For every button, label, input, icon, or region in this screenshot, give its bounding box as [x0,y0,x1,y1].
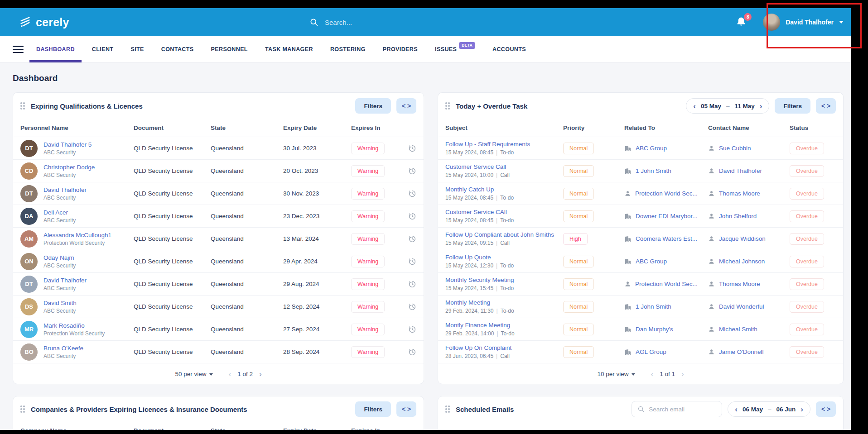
personnel-avatar: AM [20,230,38,248]
personnel-name-link[interactable]: David Thalhofer 5 [43,141,92,148]
drag-handle-icon[interactable] [20,405,25,413]
task-subject-link[interactable]: Customer Service Call [445,163,510,170]
task-subject-link[interactable]: Monthly Catch Up [445,186,514,193]
related-to-link[interactable]: Coomera Waters Est... [636,235,697,242]
related-to-link[interactable]: ABC Group [636,145,667,152]
prev-page-button[interactable]: ‹ [228,370,231,378]
task-subject-link[interactable]: Follow Up Compliant about John Smiths [445,231,554,238]
related-to-link[interactable]: Dan Murphy's [636,326,673,333]
related-to-link[interactable]: Downer EDI Marybor... [636,213,698,219]
chevron-right-icon[interactable]: › [760,102,762,110]
nav-item-contacts[interactable]: CONTACTS [161,36,194,62]
contact-name-link[interactable]: Jacque Widdison [719,235,766,242]
personnel-name-link[interactable]: David Thalhofer [43,277,87,284]
global-search[interactable]: Search... [309,18,352,27]
nav-item-site[interactable]: SITE [130,36,144,62]
personnel-company: ABC Security [43,262,76,269]
personnel-name-link[interactable]: Christopher Dodge [43,164,95,171]
brand-logo[interactable]: cerely [18,15,69,29]
chevron-left-icon[interactable]: ‹ [693,102,696,110]
related-to-link[interactable]: Protection World Sec... [635,281,698,287]
filters-button[interactable]: Filters [355,401,391,417]
personnel-name-link[interactable]: Mark Rosadiño [43,322,105,329]
related-to-link[interactable]: 1 John Smith [636,303,671,310]
priority-badge: Normal [563,165,594,177]
task-type: Call [500,353,510,359]
per-view-dropdown[interactable]: 10 per view [597,371,635,377]
filters-button[interactable]: Filters [775,98,810,114]
history-icon[interactable] [408,144,416,153]
history-icon[interactable] [408,212,416,220]
next-page-button[interactable]: › [681,370,684,378]
date-range-picker[interactable]: ‹ 05 May – 11 May › [686,98,769,114]
personnel-name-link[interactable]: David Thalhofer [43,186,87,193]
nav-item-issues[interactable]: ISSUESBETA [435,36,475,62]
contact-name-link[interactable]: John Shelford [719,213,757,219]
task-subject-link[interactable]: Follow Up On Complaint [445,344,511,351]
filters-button[interactable]: Filters [355,98,391,114]
expand-button[interactable]: < > [816,98,836,114]
personnel-name-link[interactable]: Bruna O'Keefe [43,345,83,352]
task-subject-link[interactable]: Customer Service CAll [445,209,514,215]
personnel-name-link[interactable]: Alessandra McCullough1 [43,232,111,238]
task-subject-link[interactable]: Follow Up - Staff Requirements [445,141,530,148]
contact-name-link[interactable]: Thomas Moore [719,281,760,287]
contact-name-link[interactable]: Sue Cubbin [719,145,751,152]
nav-item-label: ROSTERING [330,46,366,52]
personnel-name-link[interactable]: Oday Najm [43,254,76,261]
contact-name-link[interactable]: David Wonderful [719,303,764,310]
user-menu[interactable]: David Thalhofer [763,14,844,31]
notifications-button[interactable]: 8 [736,16,747,28]
history-icon[interactable] [408,190,416,198]
history-icon[interactable] [408,348,416,356]
contact-name-link[interactable]: Thomas Moore [719,190,760,197]
search-email-field[interactable] [632,401,722,417]
drag-handle-icon[interactable] [445,405,450,413]
priority-badge: Normal [563,278,594,290]
expand-button[interactable]: < > [816,401,836,417]
chevron-right-icon[interactable]: › [800,405,803,413]
history-icon[interactable] [408,235,416,243]
related-to-link[interactable]: 1 John Smith [636,167,671,174]
nav-item-client[interactable]: CLIENT [92,36,114,62]
task-datetime: 15 May 2024, 15:45 [445,285,493,291]
personnel-name-link[interactable]: Dell Acer [43,209,76,216]
task-subject-link[interactable]: Monthly Security Meeting [445,277,514,283]
date-range-picker[interactable]: ‹ 06 May – 06 Jun › [728,401,810,417]
history-icon[interactable] [408,258,416,266]
contact-name-link[interactable]: David Thalhofer [719,167,762,174]
task-subject-link[interactable]: Monthly Meeting [445,299,514,306]
personnel-name-link[interactable]: David Smith [43,300,77,306]
next-page-button[interactable]: › [259,370,262,378]
contact-name-link[interactable]: Micheal Johnson [719,258,765,265]
chevron-left-icon[interactable]: ‹ [735,405,738,413]
drag-handle-icon[interactable] [20,102,25,110]
search-email-input[interactable] [649,406,716,413]
per-view-dropdown[interactable]: 50 per view [175,371,213,377]
nav-item-dashboard[interactable]: DASHBOARD [36,36,75,62]
nav-item-task-manager[interactable]: TASK MANAGER [265,36,313,62]
task-subject-link[interactable]: Follow Up Quote [445,254,514,261]
related-to-link[interactable]: ABC Group [636,258,667,265]
drag-handle-icon[interactable] [445,102,450,110]
priority-badge: Normal [563,324,594,335]
contact-name-link[interactable]: Micheal Smith [719,326,757,333]
nav-item-personnel[interactable]: PERSONNEL [211,36,248,62]
task-subject-link[interactable]: Montly Finance Meeting [445,322,515,329]
nav-item-accounts[interactable]: ACCOUNTS [492,36,526,62]
nav-item-providers[interactable]: PROVIDERS [383,36,418,62]
expand-button[interactable]: < > [396,401,416,417]
history-icon[interactable] [408,303,416,311]
personnel-avatar: BO [20,343,38,361]
contact-name-link[interactable]: Jamie O'Donnell [719,348,764,355]
status-badge: Overdue [790,165,824,177]
nav-item-rostering[interactable]: ROSTERING [330,36,366,62]
prev-page-button[interactable]: ‹ [651,370,653,378]
expand-button[interactable]: < > [396,98,416,114]
related-to-link[interactable]: AGL Group [636,348,666,355]
history-icon[interactable] [408,167,416,175]
hamburger-menu-button[interactable] [13,46,24,53]
history-icon[interactable] [408,325,416,334]
related-to-link[interactable]: Protection World Sec... [635,190,698,197]
history-icon[interactable] [408,280,416,288]
